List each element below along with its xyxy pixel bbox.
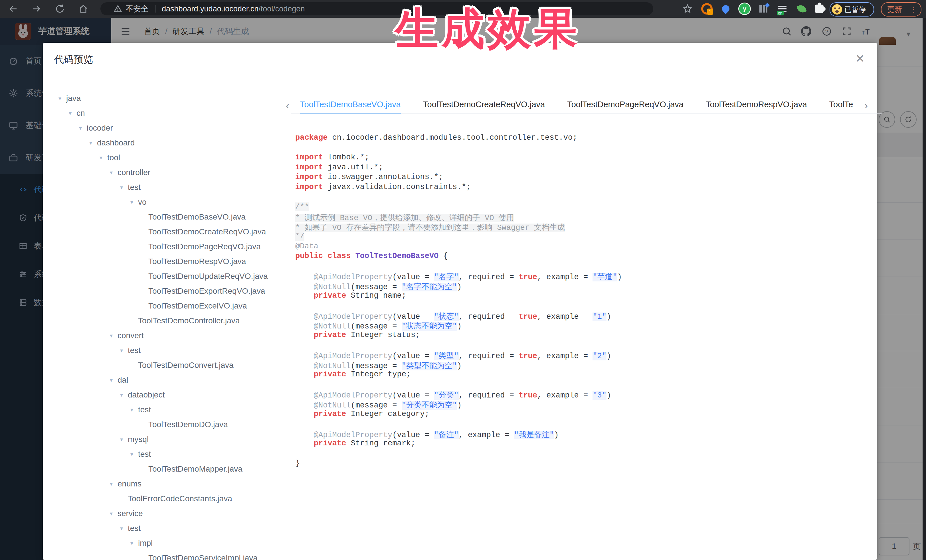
tree-node[interactable]: ToolTestDemoPageReqVO.java xyxy=(43,239,288,254)
tree-node[interactable]: ▾convert xyxy=(43,328,288,343)
caret-down-icon: ▾ xyxy=(110,377,118,383)
code-line: package cn.iocoder.dashboard.modules.too… xyxy=(295,133,622,143)
tree-node[interactable]: ToolTestDemoServiceImpl.java xyxy=(43,551,288,560)
code-line: private String name; xyxy=(295,291,622,301)
tree-node[interactable]: ▾java xyxy=(43,91,288,106)
code-line: import lombok.*; xyxy=(295,153,622,163)
tree-node[interactable]: ▾enums xyxy=(43,477,288,491)
tree-node[interactable]: ▾test xyxy=(43,343,288,358)
tree-node[interactable]: ▾test xyxy=(43,447,288,462)
code-line: @NotNull(message = "类型不能为空") xyxy=(295,361,622,370)
tree-node[interactable]: ▾dashboard xyxy=(43,136,288,150)
address-divider xyxy=(155,5,156,12)
code-line: * 测试示例 Base VO，提供给添加、修改、详细的子 VO 使用 xyxy=(295,213,622,222)
tree-node[interactable]: ToolTestDemoBaseVO.java xyxy=(43,210,288,224)
tabs-next-icon[interactable]: › xyxy=(864,100,868,112)
caret-down-icon: ▾ xyxy=(120,347,128,354)
tree-node[interactable]: ToolTestDemoExportReqVO.java xyxy=(43,284,288,299)
tree-node[interactable]: ▾vo xyxy=(43,195,288,210)
extension-icon[interactable]: on xyxy=(775,2,790,15)
tree-node[interactable]: ToolTestDemoMapper.java xyxy=(43,462,288,477)
code-line: public class ToolTestDemoBaseVO { xyxy=(295,252,622,262)
back-icon[interactable] xyxy=(8,4,18,14)
tree-node[interactable]: ▾test xyxy=(43,521,288,536)
tree-node[interactable]: ToolTestDemoUpdateReqVO.java xyxy=(43,269,288,284)
tree-node[interactable]: ▾mysql xyxy=(43,432,288,447)
menu-dots-icon[interactable]: ⋮ xyxy=(910,5,917,14)
tree-node[interactable]: ▾dal xyxy=(43,373,288,388)
code-line: @NotNull(message = "名字不能为空") xyxy=(295,281,622,291)
tab-label: ToolTestDemoRespVO.java xyxy=(706,100,807,109)
tree-node[interactable]: ▾cn xyxy=(43,106,288,121)
tree-node-label: ToolTestDemoExportReqVO.java xyxy=(148,287,265,296)
tab-item[interactable]: ToolTestDemoRespVO.java xyxy=(706,96,807,114)
tree-node[interactable]: ▾impl xyxy=(43,536,288,551)
code-line: private Integer category; xyxy=(295,410,622,420)
security-label: 不安全 xyxy=(126,4,148,14)
tree-node[interactable]: ToolErrorCodeConstants.java xyxy=(43,491,288,506)
caret-down-icon: ▾ xyxy=(110,510,118,517)
caret-down-icon: ▾ xyxy=(59,95,66,102)
tree-node[interactable]: ToolTestDemoExcelVO.java xyxy=(43,299,288,313)
code-line xyxy=(295,143,622,153)
extension-icon[interactable]: 1 xyxy=(699,2,714,15)
extension-icon[interactable]: y xyxy=(737,2,752,15)
tree-node[interactable]: ToolTestDemoConvert.java xyxy=(43,358,288,373)
tree-node-label: tool xyxy=(107,153,120,162)
extension-icon[interactable] xyxy=(794,2,809,15)
tree-node-label: iocoder xyxy=(87,124,113,133)
tree-node[interactable]: ▾controller xyxy=(43,165,288,180)
forward-icon[interactable] xyxy=(31,4,42,14)
reload-icon[interactable] xyxy=(55,4,65,14)
code-line xyxy=(295,193,622,203)
tree-node[interactable]: ▾test xyxy=(43,180,288,195)
caret-down-icon: ▾ xyxy=(130,540,138,546)
tree-node[interactable]: ▾tool xyxy=(43,150,288,165)
file-tabs: ToolTestDemoBaseVO.javaToolTestDemoCreat… xyxy=(291,96,882,114)
tree-node[interactable]: ToolTestDemoController.java xyxy=(43,313,288,328)
warning-icon[interactable] xyxy=(113,5,122,13)
caret-down-icon: ▾ xyxy=(110,169,118,176)
tree-node[interactable]: ToolTestDemoDO.java xyxy=(43,417,288,432)
profile-paused-badge[interactable]: 已暂停 xyxy=(829,2,874,17)
tab-item[interactable]: ToolTestDemoCreateReqVO.java xyxy=(423,96,545,114)
tree-node-label: test xyxy=(128,524,141,533)
profile-avatar-emoji xyxy=(832,4,842,15)
bookmark-star-icon[interactable] xyxy=(682,4,693,14)
tree-node[interactable]: ToolTestDemoCreateReqVO.java xyxy=(43,224,288,239)
extensions-puzzle-icon[interactable] xyxy=(812,2,827,15)
caret-down-icon: ▾ xyxy=(130,199,138,205)
tree-node-label: java xyxy=(66,94,81,103)
url-path: /tool/codegen xyxy=(259,5,305,14)
tree-node-label: mysql xyxy=(128,435,148,444)
tree-node[interactable]: ▾service xyxy=(43,506,288,521)
code-line: private Integer status; xyxy=(295,331,622,341)
tree-node-label: ToolTestDemoPageReqVO.java xyxy=(148,242,261,251)
scrollbar[interactable] xyxy=(923,18,926,560)
tab-item[interactable]: ToolTe xyxy=(829,96,853,114)
code-line: @NotNull(message = "状态不能为空") xyxy=(295,321,622,331)
tab-item[interactable]: ToolTestDemoBaseVO.java xyxy=(300,96,401,114)
caret-down-icon: ▾ xyxy=(130,406,138,413)
caret-down-icon: ▾ xyxy=(120,391,128,398)
tree-node[interactable]: ToolTestDemoRespVO.java xyxy=(43,254,288,269)
tab-item[interactable]: ToolTestDemoPageReqVO.java xyxy=(567,96,684,114)
tree-node[interactable]: ▾test xyxy=(43,402,288,417)
tree-node-label: dataobject xyxy=(128,390,165,400)
extension-icon[interactable] xyxy=(756,2,771,15)
browser-update-button[interactable]: 更新 ⋮ xyxy=(881,2,921,17)
code-line: private String remark; xyxy=(295,439,622,449)
tree-node[interactable]: ▾dataobject xyxy=(43,388,288,402)
update-label: 更新 xyxy=(887,5,902,15)
caret-down-icon: ▾ xyxy=(110,480,118,487)
caret-down-icon: ▾ xyxy=(100,154,107,161)
tree-node[interactable]: ▾iocoder xyxy=(43,121,288,136)
tabs-prev-icon[interactable]: ‹ xyxy=(286,100,289,112)
tree-node-label: cn xyxy=(76,109,85,118)
code-preview-dialog: 代码预览 ✕ ▾java▾cn▾iocoder▾dashboard▾tool▾c… xyxy=(43,43,877,560)
home-icon[interactable] xyxy=(78,4,88,14)
tree-node-label: controller xyxy=(118,168,150,177)
extension-icon[interactable] xyxy=(718,2,733,15)
caret-down-icon: ▾ xyxy=(89,139,97,146)
close-icon[interactable]: ✕ xyxy=(855,52,865,65)
